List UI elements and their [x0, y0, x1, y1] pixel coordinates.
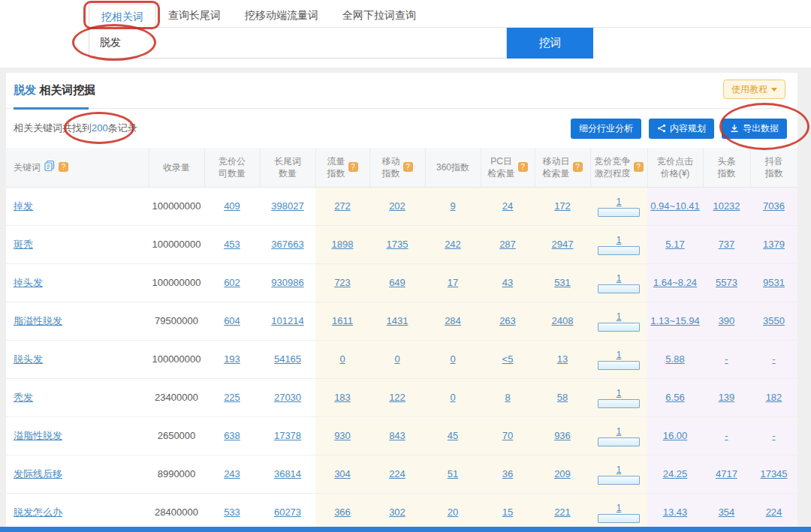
cell-link[interactable]: 930 — [334, 430, 351, 441]
cell-link[interactable]: 139 — [719, 392, 735, 403]
cell-link[interactable]: 16.00 — [663, 430, 688, 441]
cell-link[interactable]: 36 — [502, 468, 513, 479]
cell-link[interactable]: 284 — [445, 315, 461, 326]
cell-link[interactable]: 304 — [334, 468, 351, 479]
cell-link[interactable]: 354 — [719, 506, 735, 518]
cell-link[interactable]: 1735 — [387, 239, 409, 250]
cell-link[interactable]: 602 — [224, 277, 240, 288]
tab-related-words[interactable]: 挖相关词 — [89, 4, 156, 29]
cell-link[interactable]: 45 — [448, 430, 458, 441]
cell-link[interactable]: 27030 — [274, 392, 301, 403]
competition-value[interactable]: 1 — [598, 464, 640, 475]
cell-link[interactable]: 202 — [389, 200, 406, 212]
content-planning-button[interactable]: 内容规划 — [649, 119, 714, 139]
industry-analysis-button[interactable]: 细分行业分析 — [571, 119, 641, 139]
cell-link[interactable]: 6.56 — [665, 392, 684, 403]
help-icon[interactable]: ? — [634, 162, 644, 172]
cell-link[interactable]: 0 — [339, 353, 345, 365]
cell-link[interactable]: 15 — [502, 506, 513, 518]
cell-link[interactable]: 24 — [502, 200, 513, 212]
tutorial-button[interactable]: 使用教程 — [723, 80, 785, 99]
cell-link[interactable]: 723 — [334, 277, 351, 288]
cell-link[interactable]: 70 — [502, 430, 513, 441]
cell-link[interactable]: 302 — [389, 506, 406, 518]
cell-link[interactable]: 7036 — [763, 200, 785, 212]
cell-link[interactable]: 172 — [554, 200, 571, 212]
cell-link[interactable]: 5.17 — [665, 239, 684, 250]
cell-link[interactable]: 209 — [554, 468, 571, 479]
competition-value[interactable]: 1 — [598, 235, 640, 245]
cell-link[interactable]: - — [725, 430, 728, 441]
cell-link[interactable]: - — [772, 353, 775, 365]
cell-link[interactable]: 17345 — [760, 468, 787, 479]
cell-link[interactable]: 843 — [389, 430, 406, 441]
cell-link[interactable]: 398027 — [271, 200, 303, 212]
competition-value[interactable]: 1 — [598, 311, 640, 322]
keyword-link[interactable]: 脂溢性脱发 — [14, 315, 62, 326]
keyword-link[interactable]: 斑秃 — [14, 239, 33, 250]
cell-link[interactable]: 0.94~10.41 — [650, 200, 699, 212]
cell-link[interactable]: 224 — [389, 468, 406, 479]
cell-link[interactable]: 390 — [719, 315, 735, 326]
cell-link[interactable]: 1898 — [332, 239, 354, 250]
cell-link[interactable]: 5573 — [716, 277, 737, 288]
cell-link[interactable]: 5.88 — [665, 353, 684, 365]
competition-value[interactable]: 1 — [598, 350, 640, 360]
cell-link[interactable]: <5 — [502, 353, 514, 365]
tab-2[interactable]: 挖移动端流量词 — [233, 3, 330, 28]
cell-link[interactable]: 221 — [554, 506, 571, 518]
help-icon[interactable]: ? — [403, 162, 413, 172]
keyword-link[interactable]: 秃发 — [14, 392, 33, 403]
search-input[interactable] — [89, 28, 507, 59]
cell-link[interactable]: 242 — [445, 239, 461, 250]
cell-link[interactable]: 1.13~15.94 — [650, 315, 699, 326]
cell-link[interactable]: 604 — [224, 315, 240, 326]
cell-link[interactable]: 0 — [450, 392, 455, 403]
cell-link[interactable]: 638 — [224, 430, 240, 441]
cell-link[interactable]: 936 — [554, 430, 571, 441]
cell-link[interactable]: - — [772, 430, 775, 441]
competition-value[interactable]: 1 — [598, 426, 640, 437]
cell-link[interactable]: 3550 — [763, 315, 785, 326]
cell-link[interactable]: 366 — [334, 506, 351, 518]
cell-link[interactable]: 649 — [389, 277, 406, 288]
help-icon[interactable]: ? — [348, 162, 358, 172]
cell-link[interactable]: 1.64~8.24 — [653, 277, 697, 288]
cell-link[interactable]: 13 — [557, 353, 568, 365]
keyword-link[interactable]: 掉头发 — [14, 277, 43, 288]
cell-link[interactable]: 2408 — [552, 315, 574, 326]
cell-link[interactable]: 0 — [450, 353, 455, 365]
cell-link[interactable]: 453 — [224, 239, 240, 250]
cell-link[interactable]: 101214 — [271, 315, 303, 326]
copy-icon[interactable] — [44, 160, 56, 175]
cell-link[interactable]: 36814 — [274, 468, 301, 479]
tab-1[interactable]: 查询长尾词 — [156, 3, 233, 28]
cell-link[interactable]: 9 — [450, 200, 455, 212]
cell-link[interactable]: 20 — [448, 506, 458, 518]
cell-link[interactable]: 225 — [224, 392, 240, 403]
keyword-link[interactable]: 发际线后移 — [14, 468, 62, 479]
cell-link[interactable]: 8 — [505, 392, 510, 403]
cell-link[interactable]: 0 — [394, 353, 399, 365]
export-button[interactable]: 导出数据 — [722, 119, 787, 139]
help-icon[interactable]: ? — [518, 162, 528, 172]
cell-link[interactable]: 263 — [499, 315, 516, 326]
competition-value[interactable]: 1 — [598, 273, 640, 284]
cell-link[interactable]: 287 — [499, 239, 516, 250]
cell-link[interactable]: 533 — [224, 506, 240, 518]
tab-3[interactable]: 全网下拉词查询 — [330, 3, 428, 28]
cell-link[interactable]: 367663 — [271, 239, 303, 250]
cell-link[interactable]: 930986 — [271, 277, 303, 288]
keyword-link[interactable]: 脱发怎么办 — [14, 506, 62, 518]
cell-link[interactable]: 43 — [502, 277, 513, 288]
cell-link[interactable]: 409 — [224, 200, 240, 212]
cell-link[interactable]: 2947 — [552, 239, 574, 250]
competition-value[interactable]: 1 — [598, 197, 640, 207]
competition-value[interactable]: 1 — [598, 503, 640, 513]
cell-link[interactable]: 193 — [224, 353, 240, 365]
cell-link[interactable]: 24.25 — [663, 468, 688, 479]
cell-link[interactable]: 60273 — [274, 506, 301, 518]
cell-link[interactable]: 10232 — [713, 200, 740, 212]
cell-link[interactable]: 1379 — [763, 239, 785, 250]
cell-link[interactable]: 272 — [334, 200, 351, 212]
